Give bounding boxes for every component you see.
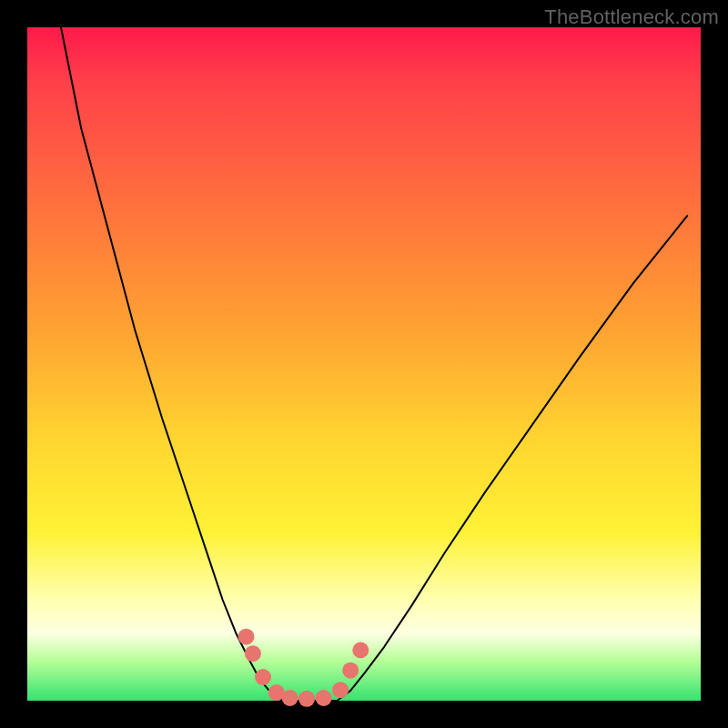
curve-layer — [27, 27, 701, 701]
chart-frame: TheBottleneck.com — [0, 0, 728, 728]
curve-left-branch — [61, 27, 283, 701]
valley-marker — [255, 669, 271, 685]
valley-markers — [238, 629, 369, 707]
watermark-text: TheBottleneck.com — [544, 5, 719, 29]
valley-marker — [245, 645, 261, 662]
valley-marker — [342, 662, 359, 679]
valley-marker — [298, 691, 315, 707]
plot-area — [27, 27, 701, 701]
valley-marker — [332, 682, 349, 698]
valley-marker — [282, 690, 298, 706]
valley-marker — [238, 629, 255, 645]
valley-marker — [352, 642, 369, 659]
valley-marker — [316, 690, 332, 706]
curve-right-branch — [337, 216, 687, 701]
